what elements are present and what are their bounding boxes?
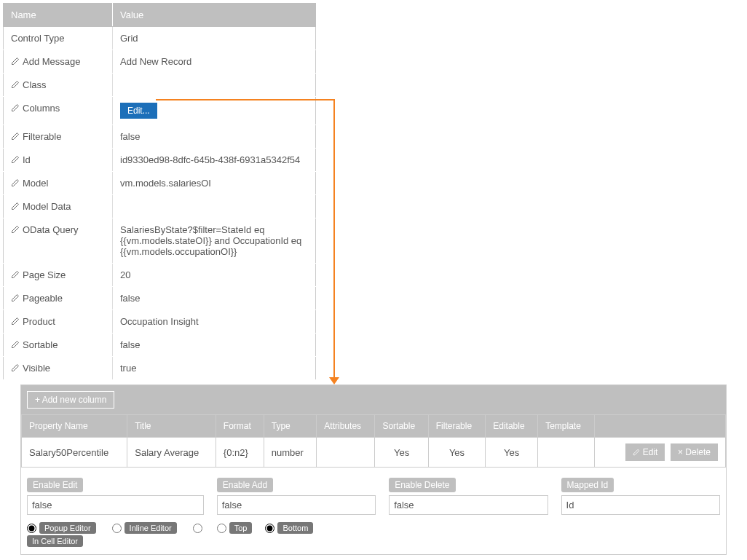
incell-editor-pill: In Cell Editor <box>27 535 83 547</box>
filterable-value: false <box>113 125 316 149</box>
edit-icon <box>11 224 20 235</box>
enable-edit-block: Enable Edit Popup Editor Inline Editor I… <box>27 478 204 547</box>
class-value <box>113 74 316 97</box>
radio-inline-editor[interactable] <box>112 524 122 533</box>
add-message-value: Add New Record <box>113 50 316 74</box>
inline-editor-pill: Inline Editor <box>125 522 177 534</box>
enable-add-block: Enable Add Top Bottom <box>217 478 376 547</box>
id-label[interactable]: Id <box>4 149 113 172</box>
radio-incell-editor[interactable] <box>193 524 202 533</box>
visible-label[interactable]: Visible <box>4 357 113 380</box>
th-type: Type <box>264 415 317 438</box>
edit-icon <box>11 178 20 189</box>
pencil-icon <box>633 449 640 456</box>
mapped-id-input[interactable] <box>561 495 720 515</box>
top-pill: Top <box>229 522 253 534</box>
radio-bottom[interactable] <box>265 524 274 533</box>
th-filterable: Filterable <box>428 415 486 438</box>
product-label[interactable]: Product <box>4 310 113 334</box>
add-message-label[interactable]: Add Message <box>4 50 113 74</box>
class-label[interactable]: Class <box>4 74 113 97</box>
pageable-value: false <box>113 287 316 310</box>
th-attributes: Attributes <box>317 415 375 438</box>
mapped-id-label: Mapped Id <box>561 478 614 492</box>
columns-edit-button[interactable]: Edit... <box>120 103 157 119</box>
columns-label[interactable]: Columns <box>4 97 113 125</box>
plus-icon: + <box>35 395 40 405</box>
columns-table: Property Name Title Format Type Attribut… <box>21 414 726 468</box>
edit-icon <box>11 316 20 327</box>
popup-editor-pill: Popup Editor <box>39 522 96 534</box>
control-type-label: Control Type <box>4 27 113 50</box>
edit-icon <box>11 131 20 142</box>
cell-title: Salary Average <box>127 438 216 468</box>
edit-icon <box>11 293 20 304</box>
edit-icon <box>11 201 20 212</box>
add-new-column-button[interactable]: + Add new column <box>27 391 114 409</box>
property-table: Name Value Control Type Grid Add Message… <box>3 3 316 380</box>
th-property-name: Property Name <box>22 415 127 438</box>
model-value: vm.models.salariesOI <box>113 172 316 195</box>
row-edit-button[interactable]: Edit <box>625 443 665 461</box>
enable-edit-label: Enable Edit <box>27 478 83 492</box>
edit-icon <box>11 269 20 280</box>
row-delete-button[interactable]: × Delete <box>671 443 718 461</box>
cell-property-name: Salary50Percentile <box>22 438 127 468</box>
pageable-label[interactable]: Pageable <box>4 287 113 310</box>
edit-icon <box>11 339 20 350</box>
page-size-value: 20 <box>113 264 316 287</box>
cell-template <box>538 438 595 468</box>
edit-icon <box>11 154 20 165</box>
odata-label[interactable]: OData Query <box>4 218 113 264</box>
th-format: Format <box>216 415 264 438</box>
control-type-value: Grid <box>113 27 316 50</box>
page-size-label[interactable]: Page Size <box>4 264 113 287</box>
edit-icon <box>11 56 20 67</box>
close-icon: × <box>678 447 683 457</box>
th-template: Template <box>538 415 595 438</box>
th-title: Title <box>127 415 216 438</box>
enable-delete-block: Enable Delete <box>389 478 548 547</box>
cell-editable: Yes <box>486 438 538 468</box>
enable-delete-label: Enable Delete <box>389 478 455 492</box>
bottom-pill: Bottom <box>277 522 313 534</box>
model-data-label[interactable]: Model Data <box>4 195 113 218</box>
enable-add-label: Enable Add <box>217 478 273 492</box>
col-name-header: Name <box>4 4 113 27</box>
edit-icon <box>11 79 20 90</box>
enable-add-input[interactable] <box>217 495 376 515</box>
id-value: id9330ed98-8dfc-645b-438f-6931a5342f54 <box>113 149 316 172</box>
odata-value: SalariesByState?$filter=StateId eq {{vm.… <box>113 218 316 264</box>
edit-icon <box>11 363 20 374</box>
th-sortable: Sortable <box>375 415 428 438</box>
edit-icon <box>11 103 20 114</box>
cell-type: number <box>264 438 317 468</box>
connector-arrow <box>333 99 335 379</box>
radio-popup-editor[interactable] <box>27 524 36 533</box>
cell-format: {0:n2} <box>216 438 264 468</box>
sortable-label[interactable]: Sortable <box>4 334 113 357</box>
model-label[interactable]: Model <box>4 172 113 195</box>
sortable-value: false <box>113 334 316 357</box>
enable-delete-input[interactable] <box>389 495 548 515</box>
visible-value: true <box>113 357 316 380</box>
cell-filterable: Yes <box>428 438 486 468</box>
table-row: Salary50Percentile Salary Average {0:n2}… <box>22 438 726 468</box>
mapped-id-block: Mapped Id <box>561 478 720 547</box>
col-value-header: Value <box>113 4 316 27</box>
th-actions <box>595 415 726 438</box>
filterable-label[interactable]: Filterable <box>4 125 113 149</box>
arrowhead-icon <box>329 377 339 384</box>
cell-attributes <box>317 438 375 468</box>
columns-editor-panel: + Add new column Property Name Title For… <box>20 384 727 555</box>
radio-top[interactable] <box>217 524 226 533</box>
cell-sortable: Yes <box>375 438 428 468</box>
product-value: Occupation Insight <box>113 310 316 334</box>
enable-edit-input[interactable] <box>27 495 204 515</box>
th-editable: Editable <box>486 415 538 438</box>
model-data-value <box>113 195 316 218</box>
